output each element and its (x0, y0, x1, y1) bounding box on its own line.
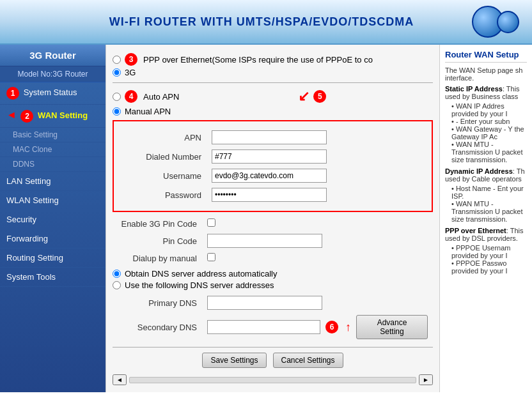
sidebar-item-forwarding[interactable]: Forwarding (0, 229, 106, 248)
mac-clone-label: MAC Clone (13, 145, 52, 154)
banner-logo (472, 6, 519, 38)
pppoe-label: PPP over Ethernet(Some ISPs require the … (143, 55, 373, 65)
obtain-dns-radio[interactable] (113, 270, 121, 278)
pin-enable-row: Enable 3G Pin Code (113, 216, 433, 231)
arrow-5: ↙ (298, 88, 309, 105)
save-settings-button[interactable]: Save Settings (202, 353, 266, 368)
help-title: Router WAN Setup (445, 50, 527, 63)
sidebar-item-wan-setting[interactable]: ◄ 2 WAN Setting (0, 105, 106, 128)
pin-code-input[interactable] (207, 234, 322, 248)
apn-form-table: APN Dialed Number Username Password (117, 128, 428, 204)
pin-code-row: Pin Code (113, 231, 433, 250)
sidebar: 3G Router Model No:3G Router 1 System St… (0, 45, 106, 392)
content-area: 3 PPP over Ethernet(Some ISPs require th… (106, 45, 439, 392)
password-label: Password (117, 185, 207, 204)
scrollbar-area: ◄ ► (113, 374, 433, 385)
help-static-title: Static IP Address: This used by Business… (445, 85, 527, 100)
cancel-settings-button[interactable]: Cancel Settings (273, 353, 343, 368)
primary-dns-row: Primary DNS (113, 293, 433, 312)
divider-2 (113, 347, 433, 348)
pin-form-table: Enable 3G Pin Code Pin Code Dialup by ma… (113, 216, 433, 266)
pppoe-row: 3 PPP over Ethernet(Some ISPs require th… (113, 53, 433, 66)
main-layout: 3G Router Model No:3G Router 1 System St… (0, 45, 532, 392)
manual-apn-fields: APN Dialed Number Username Password (113, 120, 433, 212)
scroll-left-btn[interactable]: ◄ (113, 374, 127, 385)
badge-2: 2 (20, 110, 33, 123)
sidebar-item-wlan-setting[interactable]: WLAN Setting (0, 191, 106, 210)
apn-input[interactable] (212, 130, 327, 144)
divider-1 (113, 82, 433, 83)
primary-dns-input[interactable] (207, 296, 322, 310)
sidebar-item-system-tools[interactable]: System Tools (0, 268, 106, 287)
dialup-label: Dialup by manual (113, 250, 202, 266)
primary-dns-label: Primary DNS (113, 293, 202, 312)
system-status-label: System Status (24, 88, 77, 97)
help-intro: The WAN Setup page sh interface. (445, 66, 527, 82)
dialup-checkbox[interactable] (207, 253, 215, 261)
routing-setting-label: Routing Setting (6, 253, 63, 263)
manual-apn-row: Manual APN (113, 107, 433, 116)
badge-3: 3 (125, 53, 137, 66)
pppoe-radio[interactable] (113, 56, 121, 64)
dialed-label: Dialed Number (117, 147, 207, 166)
lan-setting-label: LAN Setting (6, 176, 51, 186)
dialed-input[interactable] (212, 149, 327, 164)
scroll-right-btn[interactable]: ► (419, 374, 433, 385)
manual-dns-label: Use the following DNS server addresses (125, 280, 274, 290)
help-panel: Router WAN Setup The WAN Setup page sh i… (439, 45, 532, 392)
sidebar-item-system-status[interactable]: 1 System Status (0, 82, 106, 105)
secondary-dns-row: Secondary DNS 6 ↑ Advance Setting (113, 312, 433, 342)
ddns-label: DDNS (13, 160, 35, 169)
system-tools-label: System Tools (6, 272, 56, 282)
horizontal-scrollbar[interactable] (129, 377, 416, 383)
banner-title: WI-FI ROUTER WITH UMTS/HSPA/EVDO/TDSCDMA (51, 15, 472, 29)
badge-4: 4 (125, 90, 137, 103)
pin-enable-checkbox[interactable] (207, 218, 215, 227)
sidebar-item-mac-clone[interactable]: MAC Clone (0, 142, 106, 157)
wan-setting-label: WAN Setting (38, 111, 88, 120)
badge-6: 6 (325, 321, 338, 333)
manual-apn-label: Manual APN (125, 107, 171, 116)
3g-row: 3G (113, 68, 433, 77)
help-pppoe-bullets: • PPPOE Usernam provided by your I • PPP… (451, 244, 527, 275)
help-dynamic-bullets: • Host Name - Ent your ISP. • WAN MTU - … (451, 185, 527, 223)
dialup-row: Dialup by manual (113, 250, 433, 266)
sidebar-model: Model No:3G Router (0, 66, 106, 82)
badge-1: 1 (6, 87, 19, 100)
password-row: Password (117, 185, 428, 204)
auto-apn-row: 4 Auto APN ↙ 5 (113, 88, 433, 105)
obtain-dns-row: Obtain DNS server address automatically (113, 269, 433, 279)
secondary-dns-input[interactable] (207, 320, 320, 334)
top-banner: WI-FI ROUTER WITH UMTS/HSPA/EVDO/TDSCDMA (0, 0, 532, 45)
auto-apn-radio[interactable] (113, 93, 121, 101)
pin-code-label: Pin Code (113, 231, 202, 250)
3g-label: 3G (125, 68, 136, 77)
username-row: Username (117, 166, 428, 185)
password-input[interactable] (212, 188, 327, 202)
arrow-icon-wan: ◄ (6, 109, 17, 120)
help-dynamic-title: Dynamic IP Address: Th used by Cable ope… (445, 167, 527, 183)
basic-setting-label: Basic Setting (13, 130, 58, 139)
help-pppoe-title: PPP over Ethernet: This used by DSL prov… (445, 227, 527, 242)
dialed-row: Dialed Number (117, 147, 428, 166)
pin-enable-label: Enable 3G Pin Code (113, 216, 202, 231)
action-buttons: Save Settings Cancel Settings (113, 353, 433, 368)
manual-apn-radio[interactable] (113, 107, 121, 116)
sidebar-item-security[interactable]: Security (0, 210, 106, 229)
auto-apn-label: Auto APN (143, 92, 179, 102)
dns-form-table: Primary DNS Secondary DNS 6 ↑ Advance Se… (113, 293, 433, 342)
username-label: Username (117, 166, 207, 185)
username-input[interactable] (212, 169, 327, 183)
wlan-setting-label: WLAN Setting (6, 195, 59, 205)
manual-dns-row: Use the following DNS server addresses (113, 280, 433, 290)
3g-radio[interactable] (113, 68, 121, 77)
sidebar-item-ddns[interactable]: DDNS (0, 157, 106, 172)
manual-dns-radio[interactable] (113, 281, 121, 289)
apn-row: APN (117, 128, 428, 147)
sidebar-item-routing-setting[interactable]: Routing Setting (0, 248, 106, 268)
advance-setting-button[interactable]: Advance Setting (356, 315, 428, 339)
sidebar-item-basic-setting[interactable]: Basic Setting (0, 128, 106, 142)
sidebar-item-lan-setting[interactable]: LAN Setting (0, 172, 106, 191)
badge-5: 5 (313, 90, 326, 103)
apn-label: APN (117, 128, 207, 147)
